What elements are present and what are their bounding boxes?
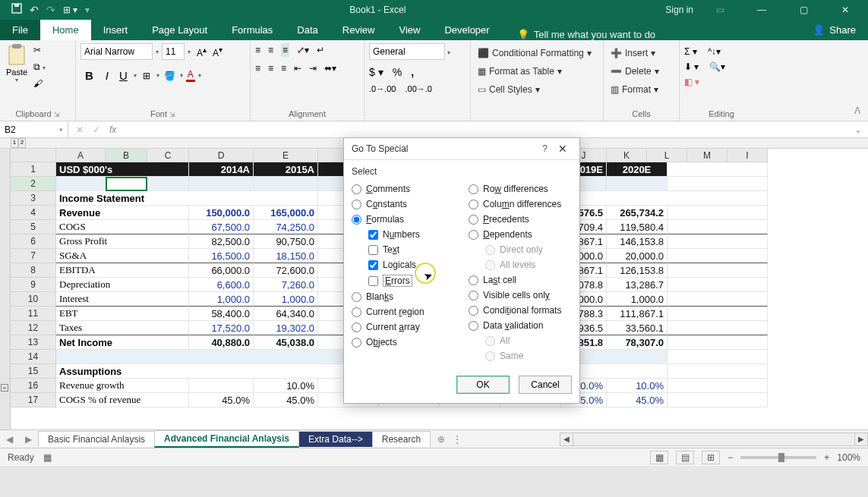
borders-dropdown-icon[interactable]: ▾ xyxy=(156,72,159,79)
cell-E5[interactable]: 74,250.0 xyxy=(254,220,318,234)
accounting-format-icon[interactable]: $ ▾ xyxy=(369,66,383,78)
cell-K8[interactable]: 126,153.8 xyxy=(607,263,668,278)
select-all-corner[interactable] xyxy=(11,149,56,162)
cell-D11[interactable]: 58,400.0 xyxy=(189,307,254,321)
minimize-icon[interactable]: — xyxy=(746,5,777,15)
cell-E6[interactable]: 90,750.0 xyxy=(254,234,318,249)
cell-E10[interactable]: 1,000.0 xyxy=(254,292,318,307)
check-text[interactable]: Text xyxy=(368,242,455,257)
sheet-tab-extra[interactable]: Extra Data--> xyxy=(298,431,373,447)
fx-icon[interactable]: fx xyxy=(109,124,121,135)
decrease-indent-icon[interactable]: ⇤ xyxy=(294,63,301,74)
undo-icon[interactable]: ↶ xyxy=(30,4,39,16)
cell-E12[interactable]: 19,302.0 xyxy=(254,321,318,335)
cell-styles-button[interactable]: ▭Cell Styles ▾ xyxy=(475,83,542,96)
orientation-icon[interactable]: ⤢▾ xyxy=(297,45,309,55)
col-header-D[interactable]: D xyxy=(189,149,254,162)
cell-K7[interactable]: 20,000.0 xyxy=(607,249,668,263)
cell-K1[interactable]: 2020E xyxy=(607,162,668,177)
cell-A2[interactable] xyxy=(56,177,106,191)
col-header-A[interactable]: A xyxy=(56,149,106,162)
sheet-tab-basic[interactable]: Basic Financial Anlaysis xyxy=(38,431,155,447)
tab-view[interactable]: View xyxy=(387,20,432,40)
dialog-close-icon[interactable]: ✕ xyxy=(554,143,572,155)
increase-decimal-icon[interactable]: .0→.00 xyxy=(369,84,396,93)
cell-A16[interactable]: Revenue growth xyxy=(56,379,189,393)
fill-dropdown-icon[interactable]: ▾ xyxy=(180,72,183,79)
col-header-M[interactable]: M xyxy=(687,149,728,162)
cell-E17[interactable]: 45.0% xyxy=(254,393,318,407)
cut-icon[interactable]: ✂ xyxy=(33,45,46,55)
check-numbers[interactable]: Numbers xyxy=(368,227,455,242)
font-name-dropdown-icon[interactable]: ▾ xyxy=(156,49,159,55)
cell-K16[interactable]: 10.0% xyxy=(607,379,668,393)
cell-E9[interactable]: 7,260.0 xyxy=(254,278,318,292)
comma-format-icon[interactable]: , xyxy=(411,66,414,78)
cell-A17[interactable]: COGS % of revenue xyxy=(56,393,189,407)
radio-row-differences[interactable]: Row differences xyxy=(469,181,572,197)
row-header-6[interactable]: 6 xyxy=(11,234,56,249)
cell-A9[interactable]: Depreciation xyxy=(56,278,189,292)
radio-comments[interactable]: Comments xyxy=(352,181,455,197)
cell-A6[interactable]: Gross Profit xyxy=(56,234,189,249)
cell-A8[interactable]: EBITDA xyxy=(56,263,189,278)
macro-record-icon[interactable]: ▦ xyxy=(34,452,52,463)
row-header-11[interactable]: 11 xyxy=(11,307,56,321)
expand-formula-bar-icon[interactable]: ⌄ xyxy=(848,124,868,135)
row-header-10[interactable]: 10 xyxy=(11,292,56,307)
cell-D13[interactable]: 40,880.0 xyxy=(189,335,254,350)
tab-page-layout[interactable]: Page Layout xyxy=(140,20,219,40)
font-color-icon[interactable]: A xyxy=(186,69,195,82)
cell-D8[interactable]: 66,000.0 xyxy=(189,263,254,278)
enter-formula-icon[interactable]: ✓ xyxy=(93,124,100,135)
cell-K13[interactable]: 78,307.0 xyxy=(607,335,668,350)
tab-file[interactable]: File xyxy=(0,20,40,40)
sheet-tab-research[interactable]: Research xyxy=(372,431,431,447)
cell-D4[interactable]: 150,000.0 xyxy=(189,206,254,220)
cell-A13[interactable]: Net Income xyxy=(56,335,189,350)
increase-indent-icon[interactable]: ⇥ xyxy=(309,63,317,74)
format-cells-button[interactable]: ▥Format ▾ xyxy=(608,83,661,96)
name-box[interactable]: B2▾ xyxy=(0,121,68,137)
number-format-select[interactable] xyxy=(369,43,445,60)
ribbon-display-icon[interactable]: ▭ xyxy=(705,5,735,15)
cell-E16[interactable]: 10.0% xyxy=(254,379,318,393)
decrease-decimal-icon[interactable]: .00→.0 xyxy=(405,84,431,93)
cell-A12[interactable]: Taxes xyxy=(56,321,189,335)
format-painter-icon[interactable]: 🖌 xyxy=(33,78,46,89)
align-left-icon[interactable]: ≡ xyxy=(255,63,260,74)
new-sheet-icon[interactable]: ⊕ xyxy=(430,434,453,445)
radio-blanks[interactable]: Blanks xyxy=(352,289,455,304)
sheet-nav-next-icon[interactable]: ▶ xyxy=(19,434,38,445)
row-header-4[interactable]: 4 xyxy=(11,206,56,220)
col-header-B[interactable]: B xyxy=(106,149,147,162)
maximize-icon[interactable]: ▢ xyxy=(788,5,819,15)
col-header-K[interactable]: K xyxy=(607,149,647,162)
align-right-icon[interactable]: ≡ xyxy=(281,63,286,74)
tab-formulas[interactable]: Formulas xyxy=(219,20,285,40)
clear-icon[interactable]: ◧ ▾ xyxy=(684,77,699,87)
cell-K12[interactable]: 33,560.1 xyxy=(607,321,668,335)
paste-label[interactable]: Paste xyxy=(6,68,27,77)
wrap-text-icon[interactable]: ↵ xyxy=(317,45,324,55)
row-header-8[interactable]: 8 xyxy=(11,263,56,278)
cell-K5[interactable]: 119,580.4 xyxy=(607,220,668,234)
check-errors[interactable]: Errors xyxy=(368,272,455,289)
qat-more-icon[interactable]: ▾ xyxy=(85,5,90,15)
collapse-ribbon-icon[interactable]: ᐱ xyxy=(854,105,860,116)
cell-A7[interactable]: SG&A xyxy=(56,249,189,263)
cell-K10[interactable]: 1,000.0 xyxy=(607,292,668,307)
hscroll-right-icon[interactable]: ▶ xyxy=(854,433,868,446)
radio-current-array[interactable]: Current array xyxy=(352,319,455,335)
italic-button[interactable]: I xyxy=(101,69,113,82)
increase-font-icon[interactable]: A▴ xyxy=(194,46,210,58)
redo-icon[interactable]: ↷ xyxy=(46,4,55,16)
col-header-L[interactable]: L xyxy=(647,149,687,162)
save-icon[interactable] xyxy=(11,3,22,16)
tab-review[interactable]: Review xyxy=(330,20,387,40)
number-format-dropdown-icon[interactable]: ▾ xyxy=(447,49,450,56)
radio-visible-cells[interactable]: Visible cells only xyxy=(469,288,572,303)
cell-K11[interactable]: 111,867.1 xyxy=(607,307,668,321)
font-color-dropdown-icon[interactable]: ▾ xyxy=(198,72,201,79)
cell-K4[interactable]: 265,734.2 xyxy=(607,206,668,220)
